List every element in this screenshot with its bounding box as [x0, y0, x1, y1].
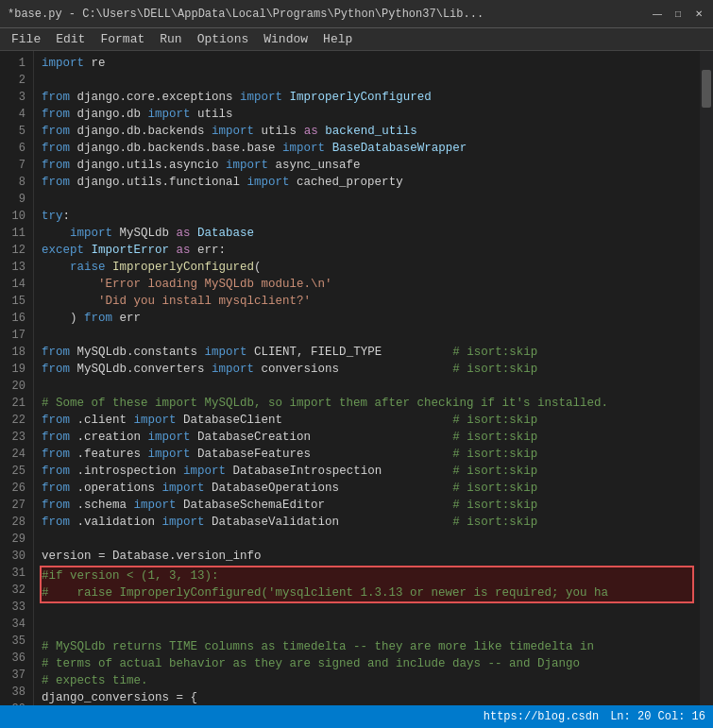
- minimize-button[interactable]: —: [651, 8, 664, 21]
- cursor-position: Ln: 20 Col: 16: [610, 710, 705, 723]
- window-title: *base.py - C:\Users\DELL\AppData\Local\P…: [8, 8, 484, 21]
- menu-options[interactable]: Options: [190, 30, 257, 48]
- code-line-28: from .validation import DatabaseValidati…: [42, 514, 692, 531]
- code-line-4: from django.db import utils: [42, 106, 692, 123]
- code-line-29: [42, 531, 692, 548]
- code-line-1: import re: [42, 55, 692, 72]
- blog-link: https://blog.csdn: [484, 710, 599, 723]
- code-line-22: from .client import DatabaseClient # iso…: [42, 412, 692, 429]
- code-line-38: django_conversions = {: [42, 689, 692, 705]
- code-line-14: 'Error loading MySQLdb module.\n': [42, 276, 692, 293]
- code-line-36: # terms of actual behavior as they are s…: [42, 655, 692, 672]
- code-line-17: [42, 327, 692, 344]
- code-line-35: # MySQLdb returns TIME columns as timede…: [42, 638, 692, 655]
- code-line-13: raise ImproperlyConfigured(: [42, 259, 692, 276]
- status-right: https://blog.csdn Ln: 20 Col: 16: [484, 710, 705, 723]
- status-bar: https://blog.csdn Ln: 20 Col: 16: [0, 705, 713, 728]
- code-line-37: # expects time.: [42, 672, 692, 689]
- close-button[interactable]: ✕: [692, 8, 705, 21]
- highlighted-code-block: #if version < (1, 3, 13): # raise Improp…: [40, 566, 694, 603]
- menu-file[interactable]: File: [4, 30, 48, 48]
- maximize-button[interactable]: □: [671, 8, 685, 21]
- line-numbers: 1 2 3 4 5 6 7 8 9 10 11 12 13 14 15 16 1…: [0, 51, 34, 705]
- code-editor[interactable]: import re from django.core.exceptions im…: [34, 51, 700, 705]
- code-line-2: [42, 72, 692, 89]
- code-line-11: import MySQLdb as Database: [42, 225, 692, 242]
- code-line-6: from django.db.backends.base.base import…: [42, 140, 692, 157]
- code-line-12: except ImportError as err:: [42, 242, 692, 259]
- code-line-10: try:: [42, 208, 692, 225]
- code-line-3: from django.core.exceptions import Impro…: [42, 89, 692, 106]
- vertical-scrollbar[interactable]: [700, 51, 713, 705]
- window-controls[interactable]: — □ ✕: [651, 8, 705, 21]
- code-line-33: [42, 604, 692, 621]
- code-line-24: from .features import DatabaseFeatures #…: [42, 446, 692, 463]
- code-line-27: from .schema import DatabaseSchemaEditor…: [42, 497, 692, 514]
- code-line-16: ) from err: [42, 310, 692, 327]
- code-line-20: [42, 378, 692, 395]
- menu-run[interactable]: Run: [152, 30, 189, 48]
- scroll-thumb[interactable]: [702, 70, 711, 108]
- menu-bar: File Edit Format Run Options Window Help: [0, 28, 713, 51]
- code-line-8: from django.utils.functional import cach…: [42, 174, 692, 191]
- title-bar: *base.py - C:\Users\DELL\AppData\Local\P…: [0, 0, 713, 28]
- code-line-7: from django.utils.asyncio import async_u…: [42, 157, 692, 174]
- menu-format[interactable]: Format: [93, 30, 152, 48]
- code-line-25: from .introspection import DatabaseIntro…: [42, 463, 692, 480]
- code-line-18: from MySQLdb.constants import CLIENT, FI…: [42, 344, 692, 361]
- code-line-23: from .creation import DatabaseCreation #…: [42, 429, 692, 446]
- menu-help[interactable]: Help: [315, 30, 360, 48]
- menu-edit[interactable]: Edit: [48, 30, 93, 48]
- editor-container: 1 2 3 4 5 6 7 8 9 10 11 12 13 14 15 16 1…: [0, 51, 713, 705]
- code-line-30: version = Database.version_info: [42, 548, 692, 565]
- code-line-5: from django.db.backends import utils as …: [42, 123, 692, 140]
- code-line-26: from .operations import DatabaseOperatio…: [42, 480, 692, 497]
- code-line-19: from MySQLdb.converters import conversio…: [42, 361, 692, 378]
- code-line-15: 'Did you install mysqlclient?': [42, 293, 692, 310]
- menu-window[interactable]: Window: [256, 30, 315, 48]
- code-line-21: # Some of these import MySQLdb, so impor…: [42, 395, 692, 412]
- code-line-34: [42, 621, 692, 638]
- code-line-9: [42, 191, 692, 208]
- code-line-32: # raise ImproperlyConfigured('mysqlclien…: [42, 584, 692, 601]
- code-line-31: #if version < (1, 3, 13):: [42, 567, 692, 584]
